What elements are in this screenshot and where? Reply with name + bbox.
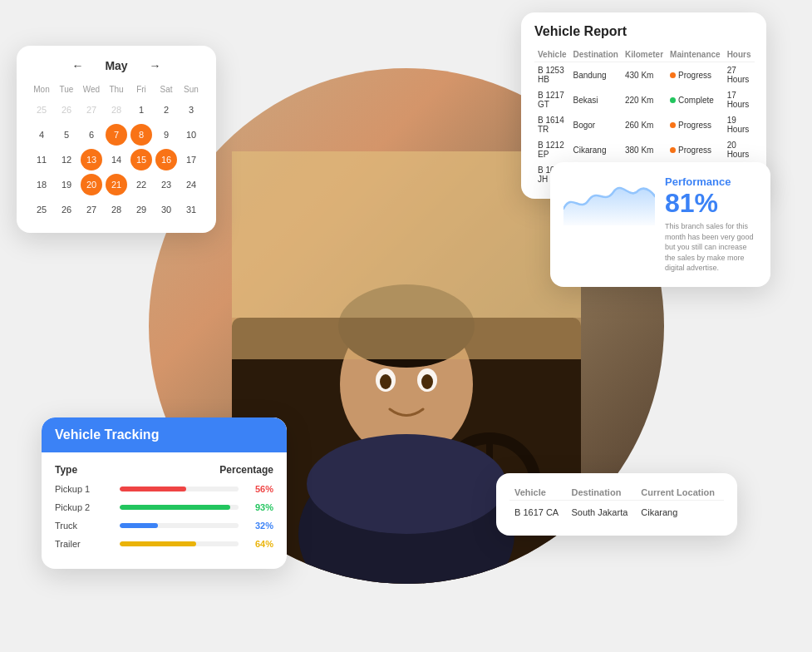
calendar-day[interactable]: 21 xyxy=(106,174,127,195)
calendar-day[interactable]: 29 xyxy=(130,199,152,220)
calendar-day[interactable]: 2 xyxy=(155,99,177,121)
tracking-header: Vehicle Tracking xyxy=(42,417,287,452)
calendar-day[interactable]: 18 xyxy=(31,174,52,195)
status-dot xyxy=(670,97,676,103)
tracking-title: Vehicle Tracking xyxy=(55,427,273,442)
report-row: B 1217 GTBekasi220 KmComplete17 Hours xyxy=(534,87,755,112)
report-cell-hours: 27 Hours xyxy=(724,62,755,88)
calendar-day[interactable]: 15 xyxy=(130,149,152,170)
calendar-day[interactable]: 10 xyxy=(180,124,202,146)
calendar-day[interactable]: 6 xyxy=(81,124,102,146)
location-row: B 1617 CASouth JakartaCikarang xyxy=(509,501,724,525)
status-dot xyxy=(670,147,676,153)
calendar-day[interactable]: 4 xyxy=(31,124,52,146)
calendar-day[interactable]: 30 xyxy=(155,199,177,220)
performance-svg xyxy=(563,175,655,225)
calendar-day-header: Tue xyxy=(55,82,78,96)
calendar-day-header: Sun xyxy=(180,82,203,96)
report-row: B 1253 HBBandung430 KmProgress27 Hours xyxy=(534,62,755,88)
calendar-day[interactable]: 26 xyxy=(56,99,77,121)
calendar-day[interactable]: 14 xyxy=(106,149,127,170)
tracking-percentage: 93% xyxy=(245,502,273,512)
report-col-header: Destination xyxy=(569,47,621,62)
report-cell-kilometer: 430 Km xyxy=(622,62,667,88)
calendar-day[interactable]: 11 xyxy=(31,149,52,170)
calendar-day[interactable]: 23 xyxy=(155,174,177,195)
location-cell: B 1617 CA xyxy=(509,501,566,525)
calendar-day[interactable]: 8 xyxy=(130,124,152,146)
calendar-day[interactable]: 24 xyxy=(180,174,202,195)
calendar-day-header: Mon xyxy=(30,82,53,96)
report-row: B 1212 EPCikarang380 KmProgress20 Hours xyxy=(534,137,755,162)
calendar-day[interactable]: 28 xyxy=(106,99,127,121)
next-month-button[interactable]: → xyxy=(145,57,166,74)
tracking-row: Pickup 293% xyxy=(55,502,273,512)
calendar-day[interactable]: 26 xyxy=(56,199,77,220)
calendar-day[interactable]: 25 xyxy=(31,99,52,121)
report-cell-maintenance: Progress xyxy=(667,62,724,88)
tracking-bar xyxy=(120,505,230,510)
report-col-header: Maintenance xyxy=(667,47,724,62)
tracking-type: Trailer xyxy=(55,539,113,549)
report-row: B 1614 TRBogor260 KmProgress19 Hours xyxy=(534,112,755,137)
calendar-day-header: Fri xyxy=(130,82,153,96)
calendar-day[interactable]: 1 xyxy=(130,99,152,121)
tracking-bar xyxy=(120,523,158,528)
calendar-grid: MonTueWedThuFriSatSun2526272812345678910… xyxy=(30,82,203,221)
calendar-day[interactable]: 16 xyxy=(155,149,177,170)
location-card: VehicleDestinationCurrent Location B 161… xyxy=(496,473,737,536)
calendar-day[interactable]: 31 xyxy=(180,199,202,220)
calendar-day[interactable]: 9 xyxy=(155,124,177,146)
calendar-day[interactable]: 7 xyxy=(106,124,127,146)
tracking-bar-wrap xyxy=(120,487,239,491)
tracking-bar xyxy=(120,541,196,546)
col-percentage: Percentage xyxy=(219,464,273,476)
location-table: VehicleDestinationCurrent Location B 161… xyxy=(509,485,724,524)
report-cell-vehicle: B 1253 HB xyxy=(534,62,569,88)
calendar-day[interactable]: 17 xyxy=(180,149,202,170)
report-cell-destination: Bogor xyxy=(569,112,621,137)
location-col-header: Destination xyxy=(566,485,636,501)
report-cell-maintenance: Complete xyxy=(667,87,724,112)
tracking-row: Trailer64% xyxy=(55,539,273,549)
tracking-bar xyxy=(120,487,186,491)
calendar-day[interactable]: 25 xyxy=(31,199,52,220)
calendar-day[interactable]: 28 xyxy=(106,199,127,220)
report-cell-kilometer: 380 Km xyxy=(622,137,667,162)
report-cell-vehicle: B 1212 EP xyxy=(534,137,569,162)
tracking-rows: Pickup 156%Pickup 293%Truck32%Trailer64% xyxy=(55,484,273,549)
tracking-bar-wrap xyxy=(120,541,239,546)
calendar-nav: ← May → xyxy=(30,57,203,74)
calendar-day[interactable]: 22 xyxy=(130,174,152,195)
tracking-bar-wrap xyxy=(120,505,239,510)
calendar-day[interactable]: 19 xyxy=(56,174,77,195)
calendar-day[interactable]: 27 xyxy=(81,199,102,220)
report-col-header: Kilometer xyxy=(622,47,667,62)
tracking-col-headers: Type Percentage xyxy=(55,464,273,476)
performance-card: Performance 81% This branch sales for th… xyxy=(550,162,770,287)
calendar-day[interactable]: 12 xyxy=(56,149,77,170)
report-cell-destination: Bandung xyxy=(569,62,621,88)
calendar-day-header: Thu xyxy=(105,82,128,96)
tracking-percentage: 56% xyxy=(245,484,273,494)
report-cell-vehicle: B 1614 TR xyxy=(534,112,569,137)
location-col-header: Vehicle xyxy=(509,485,566,501)
report-cell-kilometer: 260 Km xyxy=(622,112,667,137)
report-cell-destination: Cikarang xyxy=(569,137,621,162)
tracking-bar-wrap xyxy=(120,523,239,528)
svg-point-12 xyxy=(307,434,506,534)
report-cell-destination: Bekasi xyxy=(569,87,621,112)
calendar-day[interactable]: 13 xyxy=(81,149,102,170)
calendar-day[interactable]: 27 xyxy=(81,99,102,121)
report-cell-hours: 19 Hours xyxy=(724,112,755,137)
prev-month-button[interactable]: ← xyxy=(66,57,88,74)
performance-percent: 81% xyxy=(665,190,757,216)
calendar-day[interactable]: 3 xyxy=(180,99,202,121)
report-cell-vehicle: B 1217 GT xyxy=(534,87,569,112)
calendar-day[interactable]: 5 xyxy=(56,124,77,146)
location-col-header: Current Location xyxy=(636,485,724,501)
status-dot xyxy=(670,122,676,128)
report-cell-hours: 20 Hours xyxy=(724,137,755,162)
report-col-header: Hours xyxy=(724,47,755,62)
calendar-day[interactable]: 20 xyxy=(81,174,102,195)
